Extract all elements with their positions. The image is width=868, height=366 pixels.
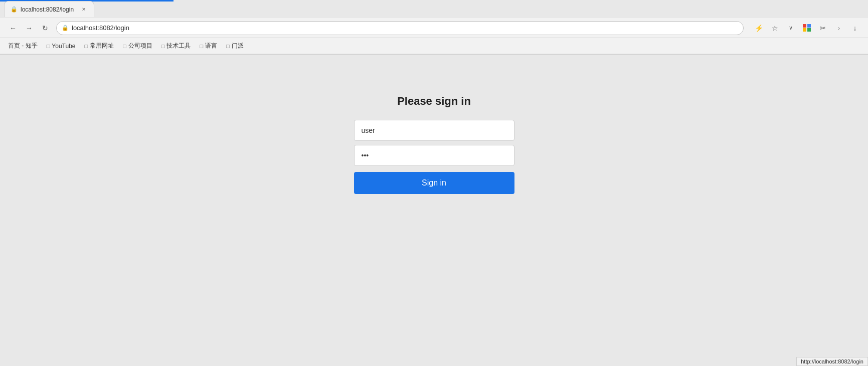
scissors-icon[interactable]: ✂ <box>816 21 830 35</box>
bookmark-zhihu-label: 首页 - 知乎 <box>8 42 38 50</box>
bookmark-company-label: 公司项目 <box>128 42 152 50</box>
chevron-down-icon[interactable]: ∨ <box>784 21 798 35</box>
tab-bar: 🔒 localhost:8082/login ✕ <box>0 0 868 18</box>
tab-favicon: 🔒 <box>11 6 18 13</box>
folder-icon: □ <box>161 43 165 49</box>
active-tab[interactable]: 🔒 localhost:8082/login ✕ <box>4 1 94 17</box>
bookmark-company[interactable]: □ 公司项目 <box>119 40 156 52</box>
login-title: Please sign in <box>397 95 471 108</box>
sign-in-label: Sign in <box>422 178 446 187</box>
bookmark-zhihu[interactable]: 首页 - 知乎 <box>4 40 42 52</box>
address-url: localhost:8082/login <box>72 24 129 32</box>
lock-icon: 🔒 <box>11 6 18 13</box>
ms-icon-grid <box>803 24 811 32</box>
bookmark-youtube-label: YouTube <box>52 43 75 50</box>
bookmark-common-urls[interactable]: □ 常用网址 <box>80 40 118 52</box>
address-lock-icon: 🔒 <box>62 25 69 31</box>
refresh-button[interactable]: ↻ <box>38 21 52 35</box>
folder-icon: □ <box>47 43 50 49</box>
back-button[interactable]: ← <box>6 21 20 35</box>
bookmark-tech-label: 技术工具 <box>166 42 191 50</box>
tab-close-button[interactable]: ✕ <box>80 6 88 14</box>
folder-icon: □ <box>123 43 126 49</box>
page-content: Please sign in Sign in <box>0 55 868 366</box>
login-form: Sign in <box>354 120 514 194</box>
folder-icon: □ <box>84 43 88 49</box>
ms-apps-icon[interactable] <box>800 21 814 35</box>
chevron-right-icon[interactable]: › <box>832 21 846 35</box>
bookmark-language-label: 语言 <box>205 42 217 50</box>
password-input[interactable] <box>354 145 514 166</box>
bookmarks-bar: 首页 - 知乎 □ YouTube □ 常用网址 □ 公司项目 □ 技术工具 □… <box>0 38 868 54</box>
status-bar-url: http://localhost:8082/login <box>796 357 868 366</box>
star-icon[interactable]: ☆ <box>768 21 782 35</box>
tab-title: localhost:8082/login <box>21 6 74 13</box>
lightning-icon[interactable]: ⚡ <box>752 21 766 35</box>
login-container: Please sign in Sign in <box>354 95 514 194</box>
browser-chrome: 🔒 localhost:8082/login ✕ ← → ↻ 🔒 localho… <box>0 0 868 55</box>
toolbar-right: ⚡ ☆ ∨ ✂ › ↓ <box>752 21 862 35</box>
address-bar-row: ← → ↻ 🔒 localhost:8082/login ⚡ ☆ ∨ ✂ › ↓ <box>0 18 868 38</box>
forward-button[interactable]: → <box>22 21 36 35</box>
bookmark-tech-tools[interactable]: □ 技术工具 <box>157 40 195 52</box>
bookmark-common-label: 常用网址 <box>90 42 114 50</box>
folder-icon: □ <box>226 43 230 49</box>
username-input[interactable] <box>354 120 514 141</box>
address-bar[interactable]: 🔒 localhost:8082/login <box>56 21 744 35</box>
bookmark-sect[interactable]: □ 门派 <box>222 40 248 52</box>
bookmark-language[interactable]: □ 语言 <box>196 40 221 52</box>
bookmark-youtube[interactable]: □ YouTube <box>43 41 80 51</box>
nav-buttons: ← → ↻ <box>6 21 52 35</box>
sign-in-button[interactable]: Sign in <box>354 172 514 194</box>
folder-icon: □ <box>200 43 203 49</box>
download-icon[interactable]: ↓ <box>848 21 862 35</box>
bookmark-sect-label: 门派 <box>232 42 244 50</box>
